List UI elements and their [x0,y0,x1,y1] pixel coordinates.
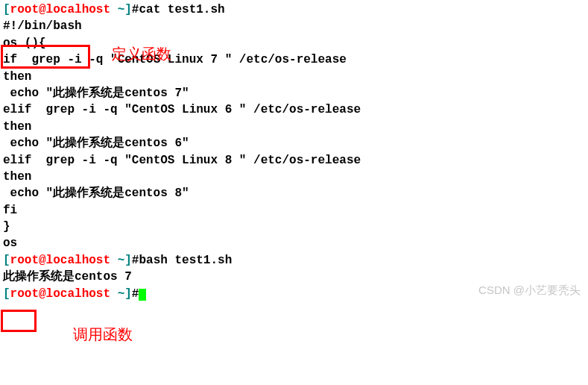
prompt-hash: # [132,3,139,16]
watermark: CSDN @小艺要秃头 [478,282,581,298]
script-elif1: elif grep -i -q "CentOS Linux 6 " /etc/o… [3,101,585,118]
script-shebang: #!/bin/bash [3,18,585,34]
script-then2: then [3,119,585,135]
annotation-call-fn: 调用函数 [73,324,133,345]
annotation-define-fn: 定义函数 [112,43,171,64]
prompt-bracket-open2: [ [3,254,10,267]
terminal-output: [root@localhost ~]#cat test1.sh #!/bin/b… [0,0,588,304]
highlight-box-fn-call [1,310,37,332]
highlight-box-fn-def [1,45,90,69]
command-bash: bash test1.sh [139,254,232,267]
prompt-user: root@localhost [10,3,110,16]
script-echo1: echo "此操作系统是centos 7" [3,85,585,101]
script-fn-def: os (){ [3,35,585,51]
script-echo2: echo "此操作系统是centos 6" [3,135,585,151]
prompt-bracket-open: [ [3,3,10,16]
script-echo3: echo "此操作系统是centos 8" [3,185,585,201]
script-elif2: elif grep -i -q "CentOS Linux 8 " /etc/o… [3,152,585,169]
script-close-brace: } [3,219,585,235]
script-fi: fi [3,202,585,219]
prompt-path3: ~ [110,287,124,301]
script-call: os [3,235,585,251]
script-if: if grep -i -q "CentOS Linux 7 " /etc/os-… [3,51,585,68]
prompt-line-bash: [root@localhost ~]#bash test1.sh [3,252,585,269]
command-cat: cat test1.sh [139,3,224,16]
cursor-block [139,289,146,301]
prompt-path2: ~ [110,254,124,267]
prompt-hash3: # [132,287,139,301]
prompt-line-cat: [root@localhost ~]#cat test1.sh [3,1,585,18]
prompt-bracket-close2: ] [124,254,132,267]
prompt-bracket-close: ] [124,3,132,16]
prompt-user3: root@localhost [10,287,110,301]
prompt-user2: root@localhost [10,254,110,267]
script-then3: then [3,169,585,185]
script-then1: then [3,69,585,85]
prompt-bracket-close3: ] [124,287,132,301]
prompt-path: ~ [110,3,124,16]
prompt-hash2: # [132,254,139,267]
prompt-bracket-open3: [ [3,287,10,301]
